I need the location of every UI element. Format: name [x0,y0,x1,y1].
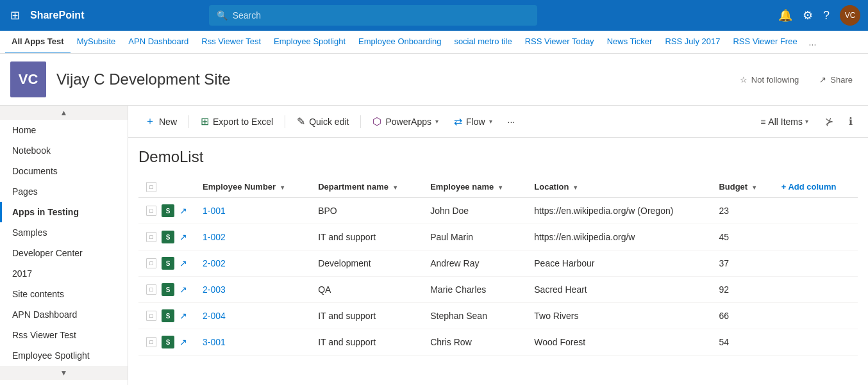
subnav-item-employee-spotlight[interactable]: Employee Spotlight [267,31,352,54]
th-budget[interactable]: Budget ▾ [711,176,773,198]
th-add-column[interactable]: + Add column [774,176,858,198]
subnav-item-apn-dashboard[interactable]: APN Dashboard [122,31,195,54]
sidebar-item-apn-dashboard[interactable]: APN Dashboard [0,304,128,325]
content-area: ＋ New ⊞ Export to Excel ✎ Quick edit ⬡ P… [128,106,868,385]
sidebar-item-notebook[interactable]: Notebook [0,140,128,161]
subnav: All Apps Test MySubsite APN Dashboard Rs… [0,31,868,54]
data-table: □ Employee Number ▾ Department name ▾ Em… [138,176,858,356]
td-add-column-empty [774,303,858,329]
quick-edit-button[interactable]: ✎ Quick edit [290,111,355,131]
settings-icon[interactable]: ⚙ [803,8,813,22]
subnav-item-social-metro-tile[interactable]: social metro tile [447,31,518,54]
td-location: Sacred Heart [526,277,711,303]
flow-button[interactable]: ⇄ Flow ▾ [447,111,499,131]
list-view-icon: ≡ [760,117,765,127]
list-title: DemoList [138,148,858,166]
td-employee-number[interactable]: 1-002 [195,224,310,250]
new-button[interactable]: ＋ New [138,111,183,132]
table-row: □ S ↗ 2-002 Development Andrew Ray Peace… [138,250,858,277]
sidebar-item-documents[interactable]: Documents [0,161,128,181]
toolbar-divider-2 [285,115,285,128]
td-employee-name: Andrew Ray [422,250,526,277]
row-link-icon: ↗ [179,206,187,216]
add-column-button[interactable]: + Add column [781,182,850,192]
more-label: ··· [508,117,515,127]
subnav-item-rss-viewer-test[interactable]: Rss Viewer Test [195,31,267,54]
sidebar-item-2017[interactable]: 2017 [0,263,128,284]
td-employee-number[interactable]: 1-001 [195,198,310,224]
td-employee-number[interactable]: 2-004 [195,303,310,329]
quick-edit-label: Quick edit [309,117,349,127]
filter-button[interactable]: ⊁ [820,113,839,130]
subnav-item-rss-july-2017[interactable]: RSS July 2017 [658,31,726,54]
row-doc-icon: □ [146,284,156,295]
td-budget: 37 [711,250,773,277]
not-following-button[interactable]: ☆ Not following [735,72,804,87]
site-header: VC Vijay C Development Site ☆ Not follow… [0,54,868,106]
th-employee-name[interactable]: Employee name ▾ [422,176,526,198]
subnav-item-rss-viewer-today[interactable]: RSS Viewer Today [519,31,601,54]
sidebar-scroll-down[interactable]: ▼ [0,366,128,380]
row-doc-icon: □ [146,337,156,347]
search-input[interactable] [233,10,530,20]
info-button[interactable]: ℹ [844,113,858,130]
subnav-item-all-apps-test[interactable]: All Apps Test [5,31,71,54]
td-employee-name: Marie Charles [422,277,526,303]
new-label: New [159,117,177,127]
file-icon: S [162,231,174,243]
not-following-label: Not following [751,75,799,85]
view-label: All Items [768,117,803,127]
sidebar: ▲ Home Notebook Documents Pages Apps in … [0,106,128,385]
waffle-icon[interactable]: ⊞ [8,6,22,25]
toolbar: ＋ New ⊞ Export to Excel ✎ Quick edit ⬡ P… [128,106,868,138]
powerapps-button[interactable]: ⬡ PowerApps ▾ [366,111,445,131]
th-employee-number[interactable]: Employee Number ▾ [195,176,310,198]
sidebar-item-rss-viewer-test[interactable]: Rss Viewer Test [0,325,128,345]
export-to-excel-button[interactable]: ⊞ Export to Excel [194,111,280,131]
td-employee-number[interactable]: 3-001 [195,329,310,356]
row-doc-icon: □ [146,206,156,216]
sidebar-item-developer-center[interactable]: Developer Center [0,243,128,263]
topbar-icons: 🔔 ⚙ ? VC [778,5,860,26]
sidebar-item-site-contents[interactable]: Site contents [0,284,128,304]
help-icon[interactable]: ? [823,9,830,22]
sidebar-item-home[interactable]: Home [0,120,128,140]
sidebar-item-samples[interactable]: Samples [0,222,128,243]
sort-employee-number-icon: ▾ [281,184,284,191]
notification-icon[interactable]: 🔔 [778,8,792,22]
subnav-more-icon[interactable]: ... [804,37,822,47]
row-doc-icon: □ [146,311,156,321]
sidebar-scroll-up[interactable]: ▲ [0,106,128,120]
toolbar-right: ≡ All Items ▾ ⊁ ℹ [754,113,858,131]
row-doc-icon: □ [146,258,156,268]
subnav-item-employee-onboarding[interactable]: Employee Onboarding [352,31,447,54]
subnav-item-mysubsite[interactable]: MySubsite [71,31,122,54]
row-link-icon: ↗ [179,284,187,295]
sidebar-item-pages[interactable]: Pages [0,181,128,202]
sidebar-item-apps-in-testing[interactable]: Apps in Testing [0,202,128,222]
td-employee-name: Chris Row [422,329,526,356]
search-bar[interactable]: 🔍 [209,5,537,26]
share-button[interactable]: ↗ Share [814,72,858,87]
sidebar-item-employee-spotlight[interactable]: Employee Spotlight [0,345,128,366]
share-label: Share [830,75,853,85]
row-link-icon: ↗ [179,258,187,268]
td-employee-number[interactable]: 2-002 [195,250,310,277]
powerapps-icon: ⬡ [372,115,381,127]
subnav-item-news-ticker[interactable]: News Ticker [601,31,659,54]
row-link-icon: ↗ [179,311,187,321]
td-location: https://en.wikipedia.org/w (Oregon) [526,198,711,224]
doc-header-icon: □ [146,182,156,192]
app-name: SharePoint [30,10,84,21]
td-employee-name: Paul Marin [422,224,526,250]
td-department-name: Development [310,250,422,277]
subnav-item-rss-viewer-free[interactable]: RSS Viewer Free [726,31,803,54]
all-items-view-button[interactable]: ≡ All Items ▾ [754,113,815,131]
td-employee-number[interactable]: 2-003 [195,277,310,303]
more-button[interactable]: ··· [501,113,522,131]
th-location[interactable]: Location ▾ [526,176,711,198]
td-budget: 66 [711,303,773,329]
avatar[interactable]: VC [840,5,860,26]
th-department-name[interactable]: Department name ▾ [310,176,422,198]
toolbar-divider-3 [360,115,361,128]
